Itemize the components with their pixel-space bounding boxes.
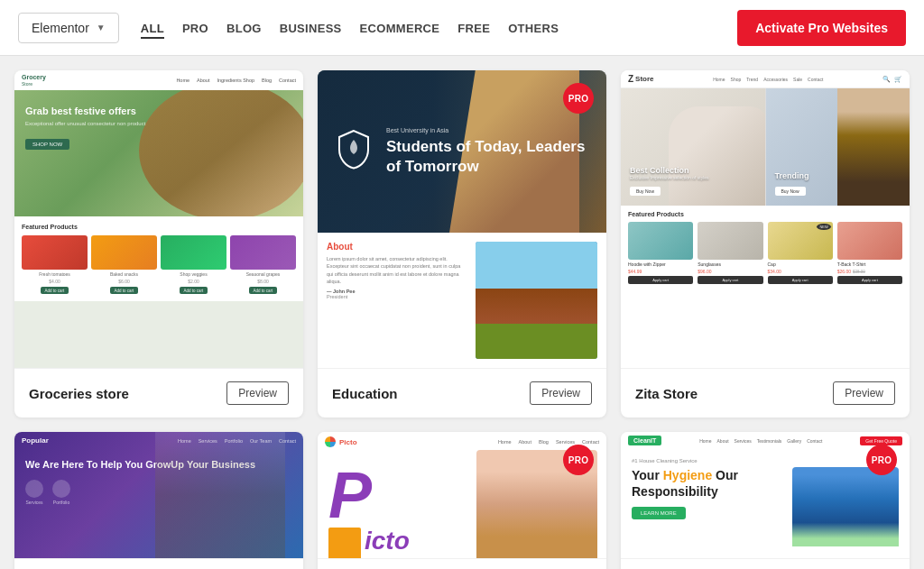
zita-product-hat: NEW Cap $34.00 Apply cart <box>768 222 833 284</box>
picto-nav-links: HomeAboutBlogServicesContact <box>498 439 599 445</box>
preview-button[interactable]: Preview <box>530 381 592 405</box>
zita-hero: Best Collection Exclusive Impressive sel… <box>621 88 910 206</box>
zita-best-collection-title: Best Collection <box>630 166 709 175</box>
card-popular: Popular HomeServicesPortfolioOur TeamCon… <box>14 432 303 569</box>
zita-product-price: $34.00 <box>768 269 833 274</box>
education-hero-content: Best University in Asia Students of Toda… <box>386 127 588 176</box>
pro-badge: PRO <box>563 83 594 114</box>
cleanit-logo: CleanIT <box>628 436 661 445</box>
card-footer: Groceries store Preview <box>14 368 303 418</box>
product-name: Baked snacks <box>110 271 138 277</box>
activate-pro-button[interactable]: Activate Pro Websites <box>737 10 906 46</box>
about-building-image <box>476 242 597 359</box>
dropdown-label: Elementor <box>32 21 89 35</box>
product-image-grapes <box>230 235 296 270</box>
header-left: Elementor ▼ ALL PRO BLOG BUSINESS ECOMME… <box>18 13 559 43</box>
product-item: Fresh tomatoes $4.00 Add to cart <box>22 235 88 294</box>
product-image-veggies <box>161 235 226 270</box>
nav-item-others[interactable]: OTHERS <box>508 20 559 36</box>
grocery-nav-links: HomeAboutIngredients ShopBlogContact <box>176 78 296 83</box>
product-price: $6.00 <box>118 279 130 284</box>
card-cleanit: PRO CleanIT HomeAboutServicesTestimonial… <box>621 432 910 569</box>
zita-add-to-cart-btn: Apply cart <box>837 276 902 284</box>
groceries-thumbnail: GroceryStore HomeAboutIngredients ShopBl… <box>14 70 303 368</box>
popular-icon-item: Portfolio <box>52 480 70 505</box>
app-container: Elementor ▼ ALL PRO BLOG BUSINESS ECOMME… <box>0 0 924 569</box>
elementor-dropdown[interactable]: Elementor ▼ <box>18 13 119 43</box>
education-about-section: About Lorem ipsum dolor sit amet, consec… <box>318 233 606 368</box>
popular-logo: Popular <box>22 436 49 445</box>
zita-add-to-cart-btn: Apply cart <box>628 276 693 284</box>
product-item: Shop veggies $2.00 Add to cart <box>161 235 226 294</box>
product-name: Shop veggies <box>180 271 207 277</box>
card-groceries-store: GroceryStore HomeAboutIngredients ShopBl… <box>14 70 303 418</box>
nav-item-ecommerce[interactable]: ECOMMERCE <box>360 20 440 36</box>
preview-button[interactable]: Preview <box>833 381 895 405</box>
preview-button[interactable]: Preview <box>226 381 289 405</box>
cleanit-nav-cta: Get Free Quote <box>860 436 902 445</box>
zita-add-to-cart-btn: Apply cart <box>698 276 762 284</box>
zita-buy-now-btn: Buy Now <box>630 187 661 196</box>
picto-yellow-box <box>328 528 361 558</box>
nav-item-free[interactable]: FREE <box>457 20 490 36</box>
popular-icon-item: Services <box>25 480 43 505</box>
card-title: Groceries store <box>29 386 129 401</box>
grocery-hero-sub: Exceptional offer unusual consectetur no… <box>25 121 292 126</box>
zita-hoodie-image <box>628 222 693 260</box>
popular-thumbnail: Popular HomeServicesPortfolioOur TeamCon… <box>14 432 303 558</box>
education-small-text: Best University in Asia <box>386 127 588 133</box>
product-image-tomatoes <box>22 235 88 270</box>
zita-product-hoodie: Hoodie with Zipper $44.99 Apply cart <box>628 222 693 284</box>
nav-item-business[interactable]: BUSINESS <box>280 20 342 36</box>
zita-product-name: Hoodie with Zipper <box>628 262 693 267</box>
product-row: Fresh tomatoes $4.00 Add to cart Baked s… <box>22 235 296 294</box>
chevron-down-icon: ▼ <box>97 23 106 32</box>
picto-logo-text: Picto <box>339 438 357 446</box>
zita-product-price: $44.99 <box>628 269 693 274</box>
product-add-btn: Add to cart <box>180 287 208 294</box>
zita-nav: ZStore HomeShopTrendAccessoriesSaleConta… <box>621 70 910 88</box>
product-name: Fresh tomatoes <box>39 271 70 277</box>
picto-letter: P <box>328 463 410 528</box>
popular-icon <box>52 480 70 498</box>
card-zita-store: ZStore HomeShopTrendAccessoriesSaleConta… <box>621 70 910 418</box>
nav-item-blog[interactable]: BLOG <box>226 20 262 36</box>
product-image-snacks <box>91 235 157 270</box>
grocery-featured-title: Featured Products <box>22 224 296 230</box>
zita-tshirt-image <box>837 222 902 260</box>
cleanit-main-title: Your Hygiene OurResponsibility <box>632 467 783 500</box>
zita-panel-right-text: Trending Buy Now <box>775 171 809 197</box>
zita-nav-icons: 🔍🛒 <box>882 76 902 83</box>
education-shield-icon <box>336 129 372 174</box>
zita-hat-image: NEW <box>768 222 833 260</box>
product-price: $2.00 <box>188 279 199 284</box>
zita-add-to-cart-btn: Apply cart <box>768 276 833 284</box>
zita-hero-left-panel: Best Collection Exclusive Impressive sel… <box>621 88 765 206</box>
header: Elementor ▼ ALL PRO BLOG BUSINESS ECOMME… <box>0 0 924 56</box>
zita-product-tshirt: T-Back T-Shirt $26.00 $38.00 Apply cart <box>837 222 902 284</box>
product-price: $4.00 <box>49 279 60 284</box>
picto-letter-bottom: icto <box>328 528 410 558</box>
zita-woman-image <box>837 88 910 206</box>
zita-trending-title: Trending <box>775 171 809 180</box>
nav-item-all[interactable]: ALL <box>141 20 164 36</box>
zita-product-name: Cap <box>768 262 833 267</box>
cards-grid: GroceryStore HomeAboutIngredients ShopBl… <box>14 70 910 569</box>
zita-product-row: Hoodie with Zipper $44.99 Apply cart Sun… <box>628 222 902 284</box>
zita-product-price: $26.00 <box>837 269 851 274</box>
card-footer: Popular <box>14 558 303 569</box>
zita-product-price: $96.00 <box>698 269 762 274</box>
cleaner-body-image <box>792 467 899 546</box>
cleanit-thumbnail: CleanIT HomeAboutServicesTestimonialsGal… <box>621 432 910 558</box>
product-name: Seasonal grapes <box>246 271 281 277</box>
grocery-shop-btn: SHOP NOW <box>25 139 69 150</box>
education-main-title: Students of Today, Leaders of Tomorrow <box>386 137 588 176</box>
nav-item-pro[interactable]: PRO <box>182 20 208 36</box>
picto-thumbnail: Picto HomeAboutBlogServicesContact P <box>318 432 606 558</box>
card-picto: PRO Picto HomeAboutBlogServicesContact <box>318 432 606 569</box>
card-footer: Zita Store Preview <box>621 368 910 418</box>
grocery-logo: GroceryStore <box>22 74 46 87</box>
zita-products-section: Featured Products Hoodie with Zipper $44… <box>621 206 910 289</box>
zita-product-name: T-Back T-Shirt <box>837 262 902 267</box>
card-title: Zita Store <box>635 386 698 401</box>
